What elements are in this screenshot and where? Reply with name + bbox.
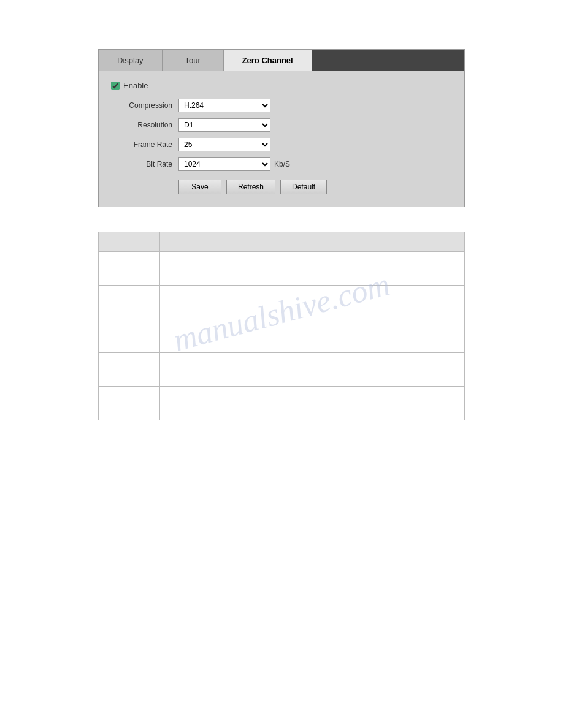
table-cell bbox=[99, 286, 160, 319]
compression-select[interactable]: H.264 H.265 MJPEG bbox=[178, 99, 270, 112]
bit-rate-select[interactable]: 512 768 1024 1536 2048 3072 4096 bbox=[178, 157, 270, 171]
button-row: Save Refresh Default bbox=[178, 180, 452, 194]
table-cell bbox=[160, 319, 465, 353]
enable-label: Enable bbox=[123, 81, 148, 90]
table-row bbox=[99, 286, 465, 319]
table-cell bbox=[99, 387, 160, 420]
table-row bbox=[99, 353, 465, 387]
tab-display[interactable]: Display bbox=[99, 50, 163, 71]
table-cell bbox=[160, 252, 465, 286]
default-button[interactable]: Default bbox=[280, 180, 327, 194]
kbs-label: Kb/S bbox=[274, 160, 290, 169]
lower-table-container bbox=[98, 232, 465, 420]
settings-panel: Display Tour Zero Channel Enable Compres… bbox=[98, 49, 465, 207]
tab-bar: Display Tour Zero Channel bbox=[99, 50, 464, 71]
resolution-row: Resolution D1 720P 1080P bbox=[111, 118, 452, 132]
resolution-select[interactable]: D1 720P 1080P bbox=[178, 118, 270, 132]
table-row bbox=[99, 319, 465, 353]
table-row bbox=[99, 387, 465, 420]
table-header-col1 bbox=[99, 232, 160, 252]
enable-checkbox[interactable] bbox=[111, 82, 120, 90]
resolution-label: Resolution bbox=[111, 121, 178, 129]
table-cell bbox=[160, 353, 465, 387]
frame-rate-row: Frame Rate 1234 56810 121520 2530 bbox=[111, 138, 452, 151]
frame-rate-label: Frame Rate bbox=[111, 140, 178, 149]
table-cell bbox=[99, 252, 160, 286]
refresh-button[interactable]: Refresh bbox=[226, 180, 275, 194]
table-cell bbox=[99, 353, 160, 387]
compression-row: Compression H.264 H.265 MJPEG bbox=[111, 99, 452, 112]
lower-table bbox=[98, 232, 465, 420]
tab-zero-channel[interactable]: Zero Channel bbox=[224, 50, 312, 71]
enable-row: Enable bbox=[111, 81, 452, 90]
tab-tour[interactable]: Tour bbox=[163, 50, 224, 71]
compression-label: Compression bbox=[111, 101, 178, 110]
table-header-col2 bbox=[160, 232, 465, 252]
table-cell bbox=[160, 387, 465, 420]
save-button[interactable]: Save bbox=[178, 180, 221, 194]
table-cell bbox=[99, 319, 160, 353]
table-row bbox=[99, 252, 465, 286]
frame-rate-select[interactable]: 1234 56810 121520 2530 bbox=[178, 138, 270, 151]
bit-rate-row: Bit Rate 512 768 1024 1536 2048 3072 409… bbox=[111, 157, 452, 171]
bit-rate-label: Bit Rate bbox=[111, 160, 178, 169]
tab-filler bbox=[312, 50, 464, 71]
table-cell bbox=[160, 286, 465, 319]
zero-channel-content: Enable Compression H.264 H.265 MJPEG Res… bbox=[99, 71, 464, 207]
